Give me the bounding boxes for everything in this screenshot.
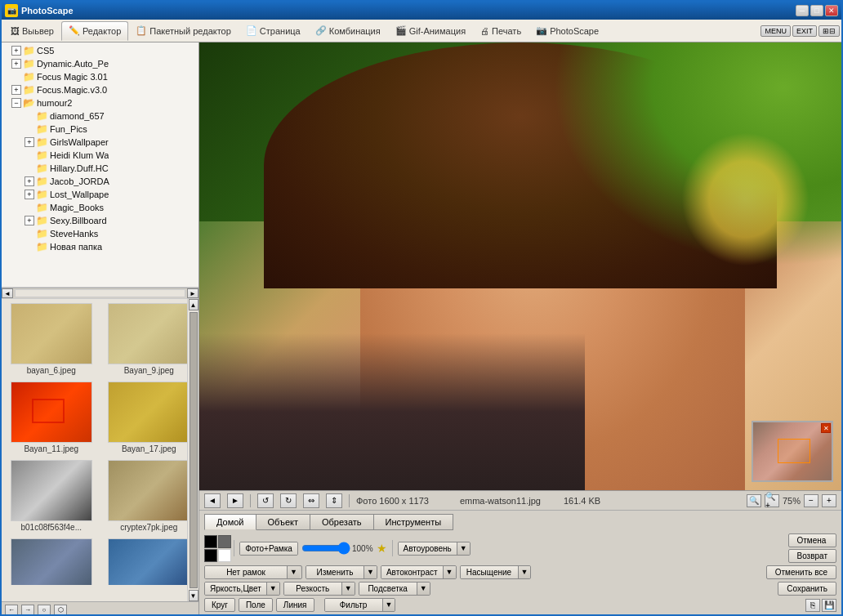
editor-tab-crop[interactable]: Обрезать [310, 514, 374, 530]
tree-item-hillary[interactable]: 📁 Hillary.Duff.HC [3, 162, 197, 175]
flip-v-button[interactable]: ⇕ [326, 493, 342, 508]
tab-print[interactable]: 🖨 Печать [473, 21, 529, 41]
star-button[interactable]: ★ [377, 542, 387, 555]
tree-scrollbar[interactable]: ◄ ► [2, 288, 198, 299]
autolevel-button[interactable]: Автоуровень [399, 542, 457, 555]
tab-gif[interactable]: 🎬 Gif-Анимация [388, 21, 473, 41]
tree-item-steves[interactable]: 📁 SteveHanks [3, 227, 197, 240]
left-btn-2[interactable]: → [21, 605, 34, 616]
thumb-item-b01c[interactable]: b01c08f563f4e... [3, 458, 100, 534]
swatch-gray-top[interactable] [218, 535, 231, 548]
swatch-black-top[interactable] [204, 535, 217, 548]
zoom-minus-button[interactable]: − [804, 494, 818, 507]
autolevel-arrow[interactable]: ▼ [457, 542, 470, 555]
cancel-all-button[interactable]: Отменить все [766, 565, 836, 579]
tree-scroll[interactable]: + 📁 CS5 + 📁 Dynamic.Auto_Pe 📁 [2, 42, 198, 287]
tree-expander[interactable]: + [11, 59, 21, 69]
thumb-item-a096[interactable]: a096-18dc37-0... [101, 536, 198, 585]
scroll-left[interactable]: ◄ [2, 288, 13, 298]
tree-item-diamond[interactable]: 📁 diamond_657 [3, 109, 197, 123]
nav-prev-button[interactable]: ◄ [204, 493, 221, 508]
maximize-button[interactable]: □ [810, 5, 823, 16]
tree-item-sexy[interactable]: + 📁 Sexy.Billboard [3, 214, 197, 227]
sharpness-arrow[interactable]: ▼ [341, 583, 355, 595]
tree-expander[interactable]: + [25, 137, 34, 147]
line-button[interactable]: Линия [276, 598, 314, 612]
change-button[interactable]: Изменить [306, 566, 364, 578]
zoom-in-button[interactable]: 🔍+ [765, 494, 779, 507]
tree-expander[interactable]: + [25, 176, 34, 186]
tree-item-new-folder[interactable]: 📁 Новая папка [3, 240, 197, 253]
tree-expander[interactable]: + [25, 216, 34, 225]
saturation-button[interactable]: Насыщение [461, 566, 518, 578]
tree-expander[interactable]: + [11, 85, 21, 95]
thumb-item-bayan17[interactable]: Bayan_17.jpeg [101, 379, 198, 456]
swatch-black-bot[interactable] [204, 549, 217, 562]
left-btn-1[interactable]: ← [5, 605, 18, 616]
scroll-right[interactable]: ► [187, 288, 198, 298]
editor-tab-object[interactable]: Объект [256, 514, 310, 530]
tree-expander[interactable]: + [25, 190, 34, 199]
scroll-down[interactable]: ▼ [189, 590, 198, 601]
thumb-item-bayan6[interactable]: bayan_6.jpeg [3, 301, 100, 377]
tree-item-magic-books[interactable]: 📁 Magic_Books [3, 201, 197, 214]
tab-batch[interactable]: 📋 Пакетный редактор [128, 21, 239, 41]
tab-combine[interactable]: 🔗 Комбинация [308, 21, 388, 41]
no-frames-arrow[interactable]: ▼ [287, 566, 300, 578]
tree-item-girls-wallpaper[interactable]: + 📁 GirlsWallpaper [3, 136, 197, 149]
tree-item-focus-magic[interactable]: 📁 Focus Magic 3.01 [3, 70, 197, 83]
tree-expander[interactable]: − [11, 98, 21, 108]
saturation-arrow[interactable]: ▼ [518, 566, 531, 578]
no-frames-selector[interactable]: Нет рамок [205, 566, 287, 578]
filter-button[interactable]: Фильтр [325, 599, 382, 611]
flip-h-button[interactable]: ⇔ [303, 493, 319, 508]
filter-arrow[interactable]: ▼ [382, 599, 395, 611]
tree-item-cs5[interactable]: + 📁 CS5 [3, 44, 197, 57]
sharpness-button[interactable]: Резкость [284, 583, 341, 595]
editor-tab-tools[interactable]: Инструменты [373, 514, 454, 530]
tab-editor[interactable]: ✏️ Редактор [61, 21, 128, 41]
icons-button[interactable]: ⊞⊟ [818, 25, 840, 37]
nav-next-button[interactable]: ► [227, 493, 243, 508]
highlight-arrow[interactable]: ▼ [417, 583, 430, 595]
thumb-item-cryptex[interactable]: cryptex7pk.jpeg [101, 458, 198, 534]
rotate-ccw-button[interactable]: ↺ [257, 493, 274, 508]
undo-button[interactable]: Возврат [788, 549, 837, 563]
left-btn-4[interactable]: ⬡ [54, 605, 67, 616]
tree-item-fun-pics[interactable]: 📁 Fun_Pics [3, 123, 197, 136]
thumb-item-a335[interactable]: a335c0389864... [3, 536, 100, 585]
field-button[interactable]: Поле [239, 598, 273, 612]
brightness-button[interactable]: Яркость,Цвет [205, 583, 266, 595]
tab-photoscape[interactable]: 📷 PhotoScape [529, 21, 606, 41]
frame-slider[interactable] [301, 543, 350, 553]
frame-button[interactable]: Фото+Рамка [240, 542, 297, 555]
cancel-button[interactable]: Отмена [788, 533, 837, 547]
copy-icon[interactable]: ⎘ [805, 599, 820, 612]
change-arrow[interactable]: ▼ [364, 566, 377, 578]
save-button[interactable]: Сохранить [778, 582, 836, 596]
tree-item-heidi[interactable]: 📁 Heidi Klum Wa [3, 149, 197, 162]
swatch-white-bot[interactable] [218, 549, 231, 562]
left-btn-3[interactable]: ○ [38, 605, 51, 616]
zoom-plus-button[interactable]: + [822, 494, 836, 507]
autocontrast-button[interactable]: Автоконтраст [381, 566, 443, 578]
editor-tab-home[interactable]: Домой [204, 514, 256, 530]
zoom-out-button[interactable]: 🔍 [747, 494, 761, 507]
thumb-scrollbar[interactable]: ▲ ▼ [187, 299, 198, 601]
tree-item-humour2[interactable]: − 📂 humour2 [3, 96, 197, 109]
exit-button[interactable]: EXIT [792, 25, 817, 37]
tab-viewer[interactable]: 🖼 Выьвер [3, 21, 61, 41]
brightness-arrow[interactable]: ▼ [266, 583, 279, 595]
tree-item-jacob[interactable]: + 📁 Jacob_JORDA [3, 175, 197, 188]
tab-page[interactable]: 📄 Страница [239, 21, 308, 41]
close-button[interactable]: ✕ [825, 5, 838, 16]
rotate-cw-button[interactable]: ↻ [280, 493, 297, 508]
minimize-button[interactable]: ─ [796, 5, 809, 16]
highlight-button[interactable]: Подсветка [359, 583, 417, 595]
menu-button[interactable]: MENU [760, 25, 791, 37]
mini-preview-close[interactable]: ✕ [821, 423, 831, 433]
tree-item-dynamic[interactable]: + 📁 Dynamic.Auto_Pe [3, 57, 197, 70]
tree-expander[interactable]: + [11, 46, 21, 56]
thumb-item-bayan9[interactable]: Bayan_9.jpeg [101, 301, 198, 377]
tree-item-lost[interactable]: + 📁 Lost_Wallpape [3, 188, 197, 201]
